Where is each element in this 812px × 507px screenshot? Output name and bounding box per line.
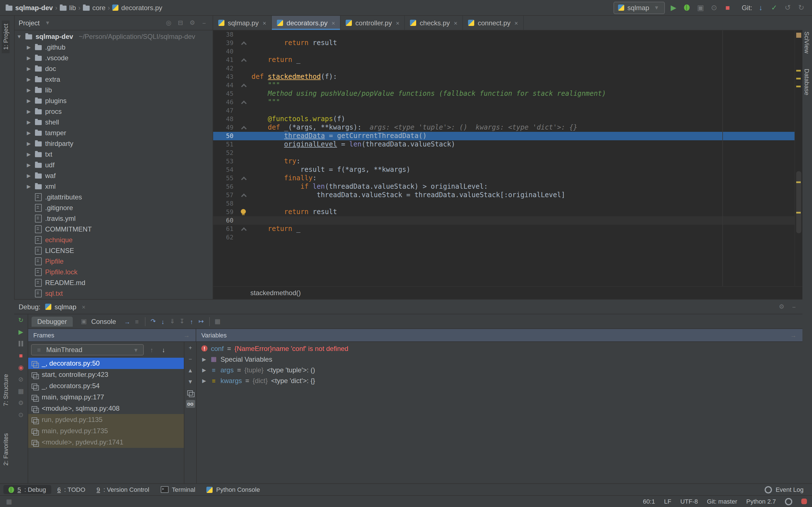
scroll-up-icon[interactable]: ▲ bbox=[186, 366, 195, 374]
code-line[interactable]: 56 if len(threadData.valueStack) > origi… bbox=[213, 182, 795, 191]
mute-breakpoints-button[interactable]: ⊘ bbox=[17, 375, 25, 383]
code-line[interactable]: 52 bbox=[213, 149, 795, 157]
add-icon[interactable]: + bbox=[186, 344, 195, 351]
code-line[interactable]: 42 bbox=[213, 64, 795, 73]
hide-panel-icon[interactable]: − bbox=[790, 303, 798, 311]
gutter-marker-area[interactable] bbox=[237, 225, 252, 233]
gear-icon[interactable]: ⚙ bbox=[777, 303, 785, 311]
tree-folder-row[interactable]: ▶extra bbox=[14, 74, 213, 84]
gutter-marker-area[interactable] bbox=[237, 208, 252, 216]
code-text[interactable] bbox=[252, 47, 795, 56]
line-number[interactable]: 59 bbox=[213, 208, 237, 216]
toolwindow-button--favorites[interactable]: 2: Favorites bbox=[2, 430, 10, 469]
variable-row[interactable]: !conf = {NameError}name 'conf' is not de… bbox=[197, 343, 802, 354]
code-line[interactable]: 55 finally: bbox=[213, 174, 795, 182]
toolwindow-button--project[interactable]: 1: Project bbox=[2, 20, 10, 53]
code-text[interactable]: Method using pushValue/popValue function… bbox=[252, 90, 795, 98]
collapsed-arrow-icon[interactable]: ▶ bbox=[26, 87, 32, 93]
stack-frame-row[interactable]: run, pydevd.py:1135 bbox=[28, 414, 184, 425]
line-number[interactable]: 45 bbox=[213, 90, 237, 98]
code-line[interactable]: 48 @functools.wraps(f) bbox=[213, 115, 795, 123]
chevron-down-icon[interactable]: ▾ bbox=[44, 19, 52, 27]
gutter-marker-area[interactable] bbox=[237, 64, 252, 73]
tree-folder-row[interactable]: ▶thirdparty bbox=[14, 138, 213, 149]
hide-variables-icon[interactable]: → bbox=[790, 331, 797, 339]
line-number[interactable]: 46 bbox=[213, 98, 237, 107]
gutter-marker-area[interactable] bbox=[237, 123, 252, 132]
editor-breadcrumb[interactable]: stackedmethod() bbox=[250, 289, 301, 297]
toolwindow-button--structure[interactable]: 7: Structure bbox=[2, 371, 10, 409]
stack-frame-row[interactable]: <module>, pydevd.py:1741 bbox=[28, 437, 184, 448]
tree-file-row[interactable]: .gitattributes bbox=[14, 191, 213, 202]
collapsed-arrow-icon[interactable]: ▶ bbox=[26, 140, 32, 146]
code-text[interactable] bbox=[252, 107, 795, 115]
code-text[interactable] bbox=[252, 233, 795, 242]
code-lines[interactable]: 3839 return result4041 return _4243def s… bbox=[213, 31, 795, 242]
variable-row[interactable]: ▶≡kwargs = {dict} <type 'dict'>: {} bbox=[197, 375, 802, 386]
gutter-marker-area[interactable] bbox=[237, 56, 252, 64]
git-rollback-button[interactable]: ↺ bbox=[783, 3, 793, 13]
intention-bulb-icon[interactable] bbox=[241, 209, 246, 214]
code-line[interactable]: 60 bbox=[213, 216, 795, 225]
thread-selector[interactable]: ≡ MainThread ▾ bbox=[31, 344, 144, 355]
collapsed-arrow-icon[interactable]: ▶ bbox=[26, 130, 32, 135]
smart-step-into-button[interactable]: ↧ bbox=[178, 318, 186, 325]
code-line[interactable]: 38 bbox=[213, 31, 795, 39]
tree-folder-row[interactable]: ▶.vscode bbox=[14, 52, 213, 63]
toolwindow-button-database[interactable]: Database bbox=[804, 65, 810, 99]
collapsed-arrow-icon[interactable]: ▶ bbox=[26, 55, 32, 61]
toolwindow-button--todo[interactable]: 6: TODO bbox=[52, 485, 90, 494]
hide-frames-icon[interactable]: → bbox=[183, 331, 191, 339]
code-line[interactable]: 53 try: bbox=[213, 157, 795, 166]
code-text[interactable]: def _(*args, **kwargs): args: <type 'tup… bbox=[252, 123, 795, 132]
collapsed-arrow-icon[interactable]: ▶ bbox=[26, 151, 32, 157]
gutter-marker-area[interactable] bbox=[237, 115, 252, 123]
code-text[interactable]: finally: bbox=[252, 174, 795, 182]
code-line[interactable]: 45 Method using pushValue/popValue funct… bbox=[213, 90, 795, 98]
collapsed-arrow-icon[interactable]: ▶ bbox=[26, 98, 32, 103]
line-number[interactable]: 62 bbox=[213, 233, 237, 242]
run-config-selector[interactable]: sqlmap ▾ bbox=[613, 1, 665, 14]
editor-tab[interactable]: sqlmap.py× bbox=[213, 16, 272, 30]
warning-mark[interactable] bbox=[796, 70, 801, 71]
code-text[interactable]: try: bbox=[252, 157, 795, 166]
code-text[interactable]: threadData.valueStack = threadData.value… bbox=[252, 191, 795, 200]
tree-folder-row[interactable]: ▶lib bbox=[14, 84, 213, 95]
code-line[interactable]: 51 originalLevel = len(threadData.valueS… bbox=[213, 140, 795, 149]
code-text[interactable] bbox=[252, 216, 795, 225]
status-item-python-2.7[interactable]: Python 2.7 bbox=[746, 498, 776, 505]
pin-icon[interactable]: ⊙ bbox=[17, 411, 25, 418]
code-line[interactable]: 49 def _(*args, **kwargs): args: <type '… bbox=[213, 123, 795, 132]
code-line[interactable]: 41 return _ bbox=[213, 56, 795, 64]
collapsed-arrow-icon[interactable]: ▶ bbox=[26, 173, 32, 178]
expanded-arrow-icon[interactable]: ▼ bbox=[16, 34, 22, 39]
tree-file-row[interactable]: echnique bbox=[14, 234, 213, 245]
gutter-marker-area[interactable] bbox=[237, 166, 252, 174]
stop-button[interactable]: ■ bbox=[723, 3, 733, 13]
tree-file-row[interactable]: Pipfile.lock bbox=[14, 267, 213, 277]
error-stripe[interactable] bbox=[795, 31, 802, 286]
code-text[interactable]: return _ bbox=[252, 225, 795, 233]
line-number[interactable]: 47 bbox=[213, 107, 237, 115]
scroll-down-icon[interactable]: ▼ bbox=[186, 378, 195, 385]
gutter-marker-area[interactable] bbox=[237, 200, 252, 208]
close-icon[interactable]: × bbox=[396, 19, 400, 26]
restore-layout-button[interactable]: ▦ bbox=[17, 387, 25, 395]
line-number[interactable]: 56 bbox=[213, 182, 237, 191]
breadcrumb-item[interactable]: lib bbox=[59, 4, 76, 11]
gutter-marker-area[interactable] bbox=[237, 157, 252, 166]
tree-root-row[interactable]: ▼sqlmap-dev~/Person/Application/SQLI/sql… bbox=[14, 31, 213, 42]
line-number[interactable]: 55 bbox=[213, 174, 237, 182]
gutter-marker-area[interactable] bbox=[237, 182, 252, 191]
stack-frame-row[interactable]: <module>, sqlmap.py:408 bbox=[28, 403, 184, 414]
tree-file-row[interactable]: COMMITMENT bbox=[14, 224, 213, 234]
variable-row[interactable]: ▶≡args = {tuple} <type 'tuple'>: () bbox=[197, 364, 802, 375]
tree-file-row[interactable]: LICENSE bbox=[14, 245, 213, 256]
code-line[interactable]: 43def stackedmethod(f): bbox=[213, 73, 795, 81]
close-icon[interactable]: × bbox=[515, 19, 518, 26]
line-number[interactable]: 57 bbox=[213, 191, 237, 200]
tree-folder-row[interactable]: ▶doc bbox=[14, 63, 213, 74]
tree-file-row[interactable]: .gitignore bbox=[14, 202, 213, 213]
line-number[interactable]: 61 bbox=[213, 225, 237, 233]
code-text[interactable]: return _ bbox=[252, 56, 795, 64]
